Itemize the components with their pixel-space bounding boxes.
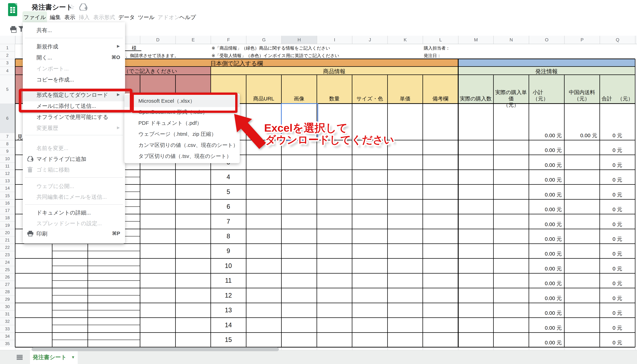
red-arrow — [0, 0, 637, 364]
annotation-line2: ダウンロードしてください — [265, 133, 394, 147]
google-sheets-window: 発注書シート ☆ DEFGHIJKLMNOPQ 1234567891011121… — [0, 0, 637, 364]
